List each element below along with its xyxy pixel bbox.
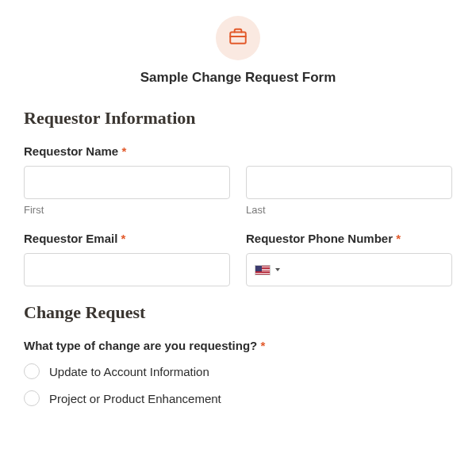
radio-icon [24, 363, 40, 379]
form-icon-circle [216, 16, 260, 60]
radio-option[interactable]: Update to Account Information [24, 363, 452, 379]
form-title: Sample Change Request Form [24, 70, 452, 86]
us-flag-icon [255, 265, 271, 275]
chevron-down-icon [275, 268, 280, 271]
required-marker: * [121, 232, 126, 245]
radio-option[interactable]: Project or Product Enhancement [24, 390, 452, 406]
requestor-name-label: Requestor Name * [24, 144, 452, 158]
requestor-email-label: Requestor Email * [24, 232, 230, 245]
required-marker: * [260, 339, 265, 352]
svg-rect-0 [230, 33, 246, 44]
section-heading-change: Change Request [24, 302, 452, 323]
phone-input-wrap[interactable] [246, 253, 452, 286]
required-marker: * [121, 144, 126, 158]
svg-rect-1 [236, 36, 239, 37]
last-name-sublabel: Last [246, 204, 452, 216]
requestor-phone-label: Requestor Phone Number * [246, 232, 452, 245]
required-marker: * [396, 232, 401, 245]
first-name-input[interactable] [24, 166, 230, 199]
section-heading-requestor: Requestor Information [24, 108, 452, 129]
briefcase-icon [228, 26, 248, 50]
email-input[interactable] [24, 253, 230, 286]
last-name-input[interactable] [246, 166, 452, 199]
change-type-question: What type of change are you requesting? … [24, 339, 452, 352]
radio-icon [24, 390, 40, 406]
radio-label: Project or Product Enhancement [49, 392, 221, 405]
radio-label: Update to Account Information [49, 365, 209, 378]
first-name-sublabel: First [24, 204, 230, 216]
